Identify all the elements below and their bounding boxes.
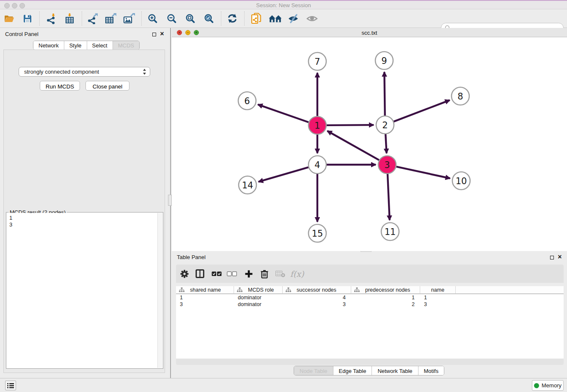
- window-title: Session: New Session: [0, 2, 567, 8]
- close-panel-button[interactable]: Close panel: [85, 81, 129, 91]
- cell-name[interactable]: 3: [420, 301, 456, 308]
- zoom-selected-icon[interactable]: [201, 11, 217, 27]
- export-image-icon[interactable]: [121, 11, 137, 27]
- select-all-columns-icon[interactable]: [210, 267, 223, 281]
- show-columns-icon[interactable]: [193, 267, 206, 281]
- tab-style[interactable]: Style: [64, 41, 87, 50]
- table-row[interactable]: 3 dominator 3 2 3: [176, 301, 564, 308]
- node-table: shared name MCDS role successor nodes pr…: [176, 286, 564, 359]
- save-session-icon[interactable]: [19, 11, 36, 27]
- cell-mcds-role[interactable]: dominator: [234, 294, 283, 301]
- graph-node-label: 8: [457, 91, 463, 102]
- tab-node-table[interactable]: Node Table: [294, 366, 333, 375]
- list-icon: [7, 383, 14, 389]
- task-history-button[interactable]: [5, 381, 16, 390]
- graph-edge-2-8[interactable]: [394, 100, 450, 122]
- zoom-out-icon[interactable]: [164, 11, 180, 27]
- fx-label: f(x): [290, 269, 304, 279]
- status-bar: Memory: [0, 378, 567, 392]
- result-scrollbar[interactable]: [157, 213, 162, 368]
- table-panel-float-button[interactable]: [549, 254, 555, 260]
- column-header-successor-nodes[interactable]: successor nodes: [283, 286, 351, 293]
- memory-status-dot: [534, 383, 539, 388]
- import-network-icon[interactable]: [43, 11, 59, 27]
- table-row[interactable]: 1 dominator 4 1 1: [176, 294, 564, 301]
- open-session-icon[interactable]: [1, 11, 17, 27]
- table-panel-title: Table Panel: [177, 254, 206, 260]
- graph-node-label: 1: [314, 121, 320, 131]
- create-column-icon[interactable]: [242, 267, 256, 281]
- network-window-titlebar: × − + scc.txt: [172, 28, 567, 37]
- table-header-row: shared name MCDS role successor nodes pr…: [176, 286, 564, 294]
- new-network-from-selection-icon[interactable]: [248, 11, 264, 27]
- tab-edge-table[interactable]: Edge Table: [333, 366, 372, 375]
- control-panel-tabs: Network Style Select MCDS: [33, 41, 140, 50]
- control-panel-float-button[interactable]: [151, 31, 157, 37]
- column-header-mcds-role[interactable]: MCDS role: [234, 286, 283, 293]
- import-table-icon[interactable]: [62, 11, 78, 27]
- memory-button[interactable]: Memory: [532, 380, 564, 391]
- tab-motifs[interactable]: Motifs: [418, 366, 444, 375]
- cell-shared-name[interactable]: 1: [176, 294, 234, 301]
- graph-edge-4-14[interactable]: [259, 167, 308, 182]
- graph-edge-3-10[interactable]: [396, 167, 450, 179]
- deselect-all-columns-icon[interactable]: [225, 267, 239, 281]
- cell-shared-name[interactable]: 3: [176, 301, 234, 308]
- hierarchy-icon: [179, 287, 184, 293]
- first-neighbors-icon[interactable]: [267, 11, 283, 27]
- float-icon: [550, 256, 554, 259]
- export-table-icon[interactable]: [102, 11, 118, 27]
- hierarchy-icon: [354, 287, 360, 293]
- tab-select[interactable]: Select: [87, 41, 113, 50]
- tab-network-table[interactable]: Network Table: [372, 366, 418, 375]
- function-builder-icon[interactable]: f(x): [290, 267, 304, 281]
- tab-network[interactable]: Network: [33, 41, 64, 50]
- float-icon: [152, 33, 156, 36]
- export-network-icon[interactable]: [84, 11, 100, 27]
- network-graph: 7968124314101511: [172, 37, 567, 251]
- graph-node-label: 11: [385, 227, 396, 237]
- toolbar-separator: [82, 11, 82, 26]
- hide-selection-icon[interactable]: [285, 11, 301, 27]
- network-canvas[interactable]: 7968124314101511: [172, 37, 567, 251]
- graph-node-label: 7: [314, 57, 320, 67]
- zoom-in-icon[interactable]: [145, 11, 161, 27]
- column-label: shared name: [190, 287, 221, 293]
- apply-layout-icon[interactable]: [224, 11, 240, 27]
- table-tabs: Node Table Edge Table Network Table Moti…: [294, 366, 444, 375]
- hierarchy-icon: [286, 287, 291, 293]
- cell-successor-nodes[interactable]: 4: [283, 294, 351, 301]
- graph-edge-2-9[interactable]: [384, 72, 385, 116]
- main-toolbar: [0, 9, 567, 28]
- cell-mcds-role[interactable]: dominator: [234, 301, 283, 308]
- cell-predecessor-nodes[interactable]: 1: [351, 294, 420, 301]
- zoom-fit-icon[interactable]: [182, 11, 198, 27]
- graph-edge-1-6[interactable]: [258, 105, 308, 122]
- toolbar-separator: [141, 11, 142, 26]
- vertical-divider-handle[interactable]: [168, 195, 172, 206]
- delete-table-icon[interactable]: [273, 267, 287, 281]
- result-line: 1: [9, 215, 155, 221]
- cell-name[interactable]: 1: [420, 294, 456, 301]
- graph-edge-3-11[interactable]: [388, 174, 390, 220]
- mcds-result-list[interactable]: 1 3: [7, 213, 157, 368]
- graph-edge-1-2[interactable]: [327, 125, 374, 125]
- toolbar-separator: [221, 11, 221, 26]
- delete-column-trash-icon[interactable]: [258, 267, 271, 281]
- graph-edge-2-3[interactable]: [385, 134, 386, 153]
- cell-successor-nodes[interactable]: 3: [283, 301, 351, 308]
- result-line: 3: [9, 221, 155, 228]
- column-header-shared-name[interactable]: shared name: [176, 286, 234, 293]
- table-settings-gear-icon[interactable]: [178, 267, 191, 281]
- show-all-icon[interactable]: [304, 11, 320, 27]
- close-icon: ×: [160, 31, 164, 36]
- column-header-predecessor-nodes[interactable]: predecessor nodes: [351, 286, 420, 293]
- graph-edge-3-1[interactable]: [328, 131, 379, 160]
- cell-predecessor-nodes[interactable]: 2: [351, 301, 420, 308]
- control-panel-close-button[interactable]: ×: [159, 31, 165, 37]
- run-mcds-button[interactable]: Run MCDS: [40, 81, 80, 91]
- column-header-name[interactable]: name: [420, 286, 456, 293]
- table-panel-close-button[interactable]: ×: [557, 254, 563, 260]
- tab-mcds[interactable]: MCDS: [113, 41, 139, 50]
- optimization-criterion-select[interactable]: strongly connected component: [19, 67, 150, 77]
